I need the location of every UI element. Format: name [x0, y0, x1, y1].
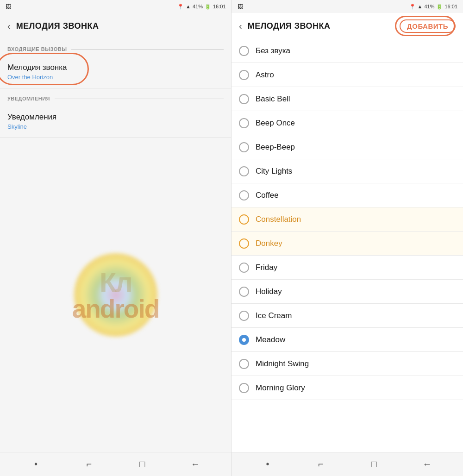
ringtone-name: Без звука: [256, 46, 290, 56]
list-item[interactable]: City Lights: [232, 159, 463, 183]
ringtone-name: Constellation: [256, 215, 301, 224]
list-item[interactable]: Beep Once: [232, 111, 463, 135]
radio-button[interactable]: [239, 70, 249, 80]
list-item[interactable]: Beep-Beep: [232, 135, 463, 159]
ringtone-list: Без звука Astro Basic Bell Beep Once Bee…: [232, 39, 463, 452]
list-item[interactable]: Donkey: [232, 232, 463, 256]
nav-square-left[interactable]: □: [135, 459, 150, 470]
incoming-calls-section-header: ВХОДЯЩИЕ ВЫЗОВЫ: [0, 39, 231, 56]
main-content: ‹ МЕЛОДИЯ ЗВОНКА ВХОДЯЩИЕ ВЫЗОВЫ Мелодия…: [0, 13, 463, 452]
time-right: 16:01: [444, 4, 457, 9]
battery-icon-right: 🔋: [436, 4, 443, 10]
list-item[interactable]: Meadow: [232, 328, 463, 352]
right-panel-title: МЕЛОДИЯ ЗВОНКА: [248, 21, 331, 31]
list-item[interactable]: Coffee: [232, 183, 463, 207]
left-panel-title: МЕЛОДИЯ ЗВОНКА: [16, 21, 99, 31]
list-item[interactable]: Friday: [232, 256, 463, 280]
radio-button[interactable]: [239, 118, 249, 128]
list-item[interactable]: Midnight Swing: [232, 352, 463, 376]
nav-bar-left: • ⌐ □ ←: [0, 452, 232, 476]
status-bar-left: 🖼 📍 ▲ 41% 🔋 16:01: [0, 0, 232, 13]
ringtone-name: Beep Once: [256, 119, 295, 128]
ringtone-name: Friday: [256, 263, 277, 272]
radio-button[interactable]: [239, 238, 249, 249]
list-item[interactable]: Holiday: [232, 280, 463, 304]
radio-button[interactable]: [239, 142, 249, 152]
location-icon-left: 📍: [177, 4, 184, 10]
ringtone-name: Ice Cream: [256, 311, 292, 320]
status-bar: 🖼 📍 ▲ 41% 🔋 16:01 🖼 📍 ▲ 41% 🔋 16:01: [0, 0, 463, 13]
radio-button[interactable]: [239, 94, 249, 104]
nav-square-right[interactable]: □: [367, 459, 382, 470]
time-left: 16:01: [213, 4, 226, 9]
ringtone-setting-subtitle: Over the Horizon: [7, 74, 224, 81]
right-back-button[interactable]: ‹: [239, 21, 242, 31]
add-button-wrapper: ДОБАВИТЬ: [400, 19, 456, 33]
radio-button[interactable]: [239, 190, 249, 200]
radio-button[interactable]: [239, 166, 249, 176]
list-item[interactable]: Ice Cream: [232, 304, 463, 328]
right-panel: ‹ МЕЛОДИЯ ЗВОНКА ДОБАВИТЬ Без звука Astr…: [232, 13, 463, 452]
signal-right: 41%: [424, 4, 434, 9]
radio-button[interactable]: [239, 311, 249, 321]
nav-menu-right[interactable]: ⌐: [313, 459, 328, 470]
notifications-setting-item[interactable]: Уведомления Skyline: [0, 105, 231, 138]
radio-button[interactable]: [239, 263, 249, 273]
list-item[interactable]: Basic Bell: [232, 87, 463, 111]
notifications-setting-subtitle: Skyline: [7, 123, 224, 130]
left-header: ‹ МЕЛОДИЯ ЗВОНКА: [0, 13, 231, 39]
wifi-icon-right: ▲: [418, 4, 423, 9]
radio-button[interactable]: [239, 214, 249, 225]
left-back-button[interactable]: ‹: [7, 21, 11, 31]
right-header: ‹ МЕЛОДИЯ ЗВОНКА ДОБАВИТЬ: [232, 13, 463, 39]
list-item[interactable]: Astro: [232, 63, 463, 87]
nav-back-right[interactable]: ←: [420, 459, 435, 470]
image-icon-right: 🖼: [238, 3, 243, 10]
location-icon-right: 📍: [409, 4, 416, 10]
nav-back-left[interactable]: ←: [188, 459, 203, 470]
radio-button[interactable]: [239, 383, 249, 393]
ringtone-name: City Lights: [256, 167, 292, 176]
image-icon-left: 🖼: [6, 3, 11, 10]
radio-button[interactable]: [239, 46, 249, 56]
nav-bar: • ⌐ □ ← • ⌐ □ ←: [0, 452, 463, 476]
watermark-circle: [74, 253, 157, 337]
ringtone-name: Morning Glory: [256, 383, 305, 393]
radio-button-selected[interactable]: [239, 335, 249, 345]
list-item[interactable]: Morning Glory: [232, 376, 463, 400]
status-bar-right: 🖼 📍 ▲ 41% 🔋 16:01: [232, 0, 463, 13]
notifications-setting-title: Уведомления: [7, 113, 224, 122]
list-item[interactable]: Constellation: [232, 207, 463, 232]
wifi-icon-left: ▲: [186, 4, 191, 9]
ringtone-setting-title: Мелодия звонка: [7, 63, 224, 72]
ringtone-name: Basic Bell: [256, 94, 290, 104]
ringtone-name: Coffee: [256, 191, 279, 200]
nav-dot-left[interactable]: •: [28, 459, 43, 470]
watermark-area: Кл android: [0, 138, 231, 452]
ringtone-name: Astro: [256, 70, 274, 80]
ringtone-name: Beep-Beep: [256, 143, 295, 152]
ringtone-setting-item[interactable]: Мелодия звонка Over the Horizon: [0, 56, 231, 88]
signal-left: 41%: [193, 4, 203, 9]
ringtone-name: Midnight Swing: [256, 359, 309, 369]
radio-button[interactable]: [239, 287, 249, 297]
notifications-section-header: УВЕДОМЛЕНИЯ: [0, 88, 231, 105]
list-item[interactable]: Без звука: [232, 39, 463, 63]
nav-menu-left[interactable]: ⌐: [81, 459, 96, 470]
battery-icon-left: 🔋: [205, 4, 211, 10]
nav-dot-right[interactable]: •: [260, 459, 275, 470]
add-ringtone-button[interactable]: ДОБАВИТЬ: [400, 19, 456, 33]
radio-button[interactable]: [239, 359, 249, 369]
ringtone-name: Donkey: [256, 239, 282, 248]
ringtone-name: Holiday: [256, 287, 282, 296]
left-panel: ‹ МЕЛОДИЯ ЗВОНКА ВХОДЯЩИЕ ВЫЗОВЫ Мелодия…: [0, 13, 232, 452]
nav-bar-right: • ⌐ □ ←: [232, 452, 463, 476]
ringtone-name: Meadow: [256, 335, 285, 344]
